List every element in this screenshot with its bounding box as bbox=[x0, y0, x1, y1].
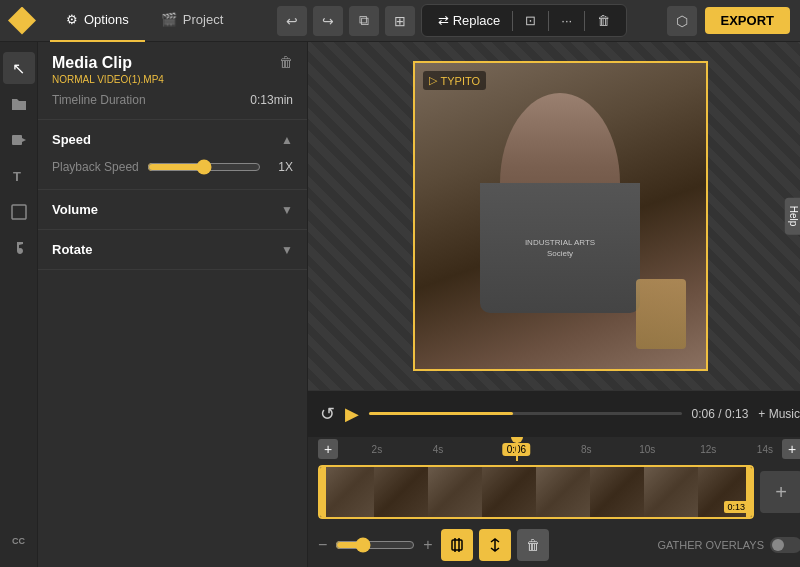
ruler-8s: 8s bbox=[581, 444, 592, 455]
toolbar-right: ⬡ EXPORT bbox=[657, 6, 800, 36]
tab-project[interactable]: 🎬 Project bbox=[145, 0, 239, 42]
timeline-add-right-button[interactable]: + bbox=[760, 471, 800, 513]
music-button[interactable]: + Music bbox=[758, 407, 800, 421]
thumb-1 bbox=[320, 467, 374, 517]
speed-toggle-icon: ▲ bbox=[281, 133, 293, 147]
progress-bar[interactable] bbox=[369, 412, 682, 415]
sidebar-item-shapes[interactable] bbox=[3, 196, 35, 228]
thumb-strip bbox=[320, 467, 752, 517]
delete-clip-button[interactable]: 🗑 bbox=[589, 9, 618, 32]
rotate-section-header[interactable]: Rotate ▼ bbox=[38, 230, 307, 269]
thumb-6 bbox=[590, 467, 644, 517]
segment-right-handle[interactable] bbox=[746, 467, 752, 517]
svg-rect-0 bbox=[12, 135, 22, 145]
thumb-4 bbox=[482, 467, 536, 517]
thumb-7 bbox=[644, 467, 698, 517]
replace-button[interactable]: ⇄ Replace bbox=[430, 9, 509, 32]
zoom-out-button[interactable]: − bbox=[318, 536, 327, 554]
clip-subtitle: NORMAL VIDEO(1).MP4 bbox=[52, 74, 164, 85]
ruler-marks: 2s 4s 0:06 8s 10s 12s 14s bbox=[342, 437, 778, 461]
timeline-ruler: + 2s 4s 0:06 8s 10s 12s 14s + bbox=[308, 437, 800, 461]
replace-label: Replace bbox=[453, 13, 501, 28]
separator2 bbox=[548, 11, 549, 31]
playback-speed-label: Playback Speed bbox=[52, 160, 139, 174]
timeline-bottom-bar: − + 🗑 GATHER OVERLAYS bbox=[308, 523, 800, 567]
options-tab-label: Options bbox=[84, 12, 129, 27]
timeline-add-end-button[interactable]: + bbox=[782, 439, 800, 459]
svg-rect-3 bbox=[12, 205, 26, 219]
timeline-area: + 2s 4s 0:06 8s 10s 12s 14s + bbox=[308, 436, 800, 567]
timeline-action-buttons: 🗑 bbox=[441, 529, 549, 561]
paste-button[interactable]: ⊞ bbox=[385, 6, 415, 36]
project-tab-icon: 🎬 bbox=[161, 12, 177, 27]
speed-title: Speed bbox=[52, 132, 91, 147]
typito-icon: ▷ bbox=[429, 74, 437, 87]
volume-toggle-icon: ▼ bbox=[281, 203, 293, 217]
sidebar-item-video[interactable] bbox=[3, 124, 35, 156]
help-tab[interactable]: Help bbox=[785, 198, 800, 235]
copy-button[interactable]: ⧉ bbox=[349, 6, 379, 36]
volume-section-header[interactable]: Volume ▼ bbox=[38, 190, 307, 229]
video-placeholder: INDUSTRIAL ARTSSociety bbox=[415, 63, 706, 369]
export-button[interactable]: EXPORT bbox=[705, 7, 790, 34]
gather-label-text: GATHER OVERLAYS bbox=[657, 539, 764, 551]
logo-icon bbox=[8, 7, 36, 35]
main-layout: ↖ T CC Media Clip NORMAL VIDEO(1).MP4 🗑 bbox=[0, 42, 800, 567]
clip-delete-button[interactable]: 🗑 bbox=[279, 54, 293, 70]
playhead bbox=[516, 437, 518, 461]
options-panel: Media Clip NORMAL VIDEO(1).MP4 🗑 Timelin… bbox=[38, 42, 308, 567]
rotate-toggle-icon: ▼ bbox=[281, 243, 293, 257]
segment-left-handle[interactable] bbox=[320, 467, 326, 517]
crop-timeline-button[interactable] bbox=[441, 529, 473, 561]
thumb-3 bbox=[428, 467, 482, 517]
zoom-in-button[interactable]: + bbox=[423, 536, 432, 554]
speed-value-display: 1X bbox=[269, 160, 293, 174]
speed-section-header[interactable]: Speed ▲ bbox=[38, 120, 307, 159]
speed-slider[interactable] bbox=[147, 159, 261, 175]
svg-text:T: T bbox=[13, 169, 21, 184]
share-button[interactable]: ⬡ bbox=[667, 6, 697, 36]
crop-button[interactable]: ⊡ bbox=[517, 9, 544, 32]
gather-overlays-toggle[interactable] bbox=[770, 537, 800, 553]
video-frame: INDUSTRIAL ARTSSociety ▷ TYPITO bbox=[413, 61, 708, 371]
tab-options[interactable]: ⚙ Options bbox=[50, 0, 145, 42]
top-bar: ⚙ Options 🎬 Project ↩ ↪ ⧉ ⊞ ⇄ Replace ⊡ … bbox=[0, 0, 800, 42]
restart-button[interactable]: ↺ bbox=[320, 403, 335, 425]
timeline-add-start-button[interactable]: + bbox=[318, 439, 338, 459]
top-tabs: ⚙ Options 🎬 Project bbox=[50, 0, 239, 42]
timeline-track: 0:13 bbox=[318, 465, 754, 519]
timeline-track-row: 0:13 + bbox=[308, 461, 800, 523]
ruler-2s: 2s bbox=[372, 444, 383, 455]
redo-button[interactable]: ↪ bbox=[313, 6, 343, 36]
more-button[interactable]: ··· bbox=[553, 9, 580, 32]
split-button[interactable] bbox=[479, 529, 511, 561]
duration-label: Timeline Duration bbox=[52, 93, 146, 107]
svg-marker-1 bbox=[22, 138, 26, 142]
project-tab-label: Project bbox=[183, 12, 223, 27]
clip-header: Media Clip NORMAL VIDEO(1).MP4 🗑 bbox=[38, 42, 307, 93]
play-button[interactable]: ▶ bbox=[345, 403, 359, 425]
clip-duration-row: Timeline Duration 0:13min bbox=[38, 93, 307, 120]
ruler-14s: 14s bbox=[757, 444, 773, 455]
undo-button[interactable]: ↩ bbox=[277, 6, 307, 36]
rotate-section: Rotate ▼ bbox=[38, 230, 307, 270]
clip-info: Media Clip NORMAL VIDEO(1).MP4 bbox=[52, 54, 164, 85]
timeline-segment[interactable]: 0:13 bbox=[318, 465, 754, 519]
sidebar-item-folder[interactable] bbox=[3, 88, 35, 120]
separator3 bbox=[584, 11, 585, 31]
canvas-area: Help INDUSTRIAL ARTSSociety ▷ TYPITO bbox=[308, 42, 800, 390]
separator bbox=[512, 11, 513, 31]
delete-timeline-button[interactable]: 🗑 bbox=[517, 529, 549, 561]
sidebar-item-cursor[interactable]: ↖ bbox=[3, 52, 35, 84]
player-time: 0:06 / 0:13 bbox=[692, 407, 749, 421]
current-time: 0:06 bbox=[692, 407, 715, 421]
floating-toolbar: ⇄ Replace ⊡ ··· 🗑 bbox=[421, 4, 628, 37]
options-tab-icon: ⚙ bbox=[66, 12, 78, 27]
zoom-slider[interactable] bbox=[335, 537, 415, 553]
video-area: Help INDUSTRIAL ARTSSociety ▷ TYPITO bbox=[308, 42, 800, 567]
progress-fill bbox=[369, 412, 513, 415]
replace-icon: ⇄ bbox=[438, 13, 449, 28]
sidebar-item-music[interactable] bbox=[3, 232, 35, 264]
sidebar-item-text[interactable]: T bbox=[3, 160, 35, 192]
sidebar-item-cc[interactable]: CC bbox=[3, 525, 35, 557]
